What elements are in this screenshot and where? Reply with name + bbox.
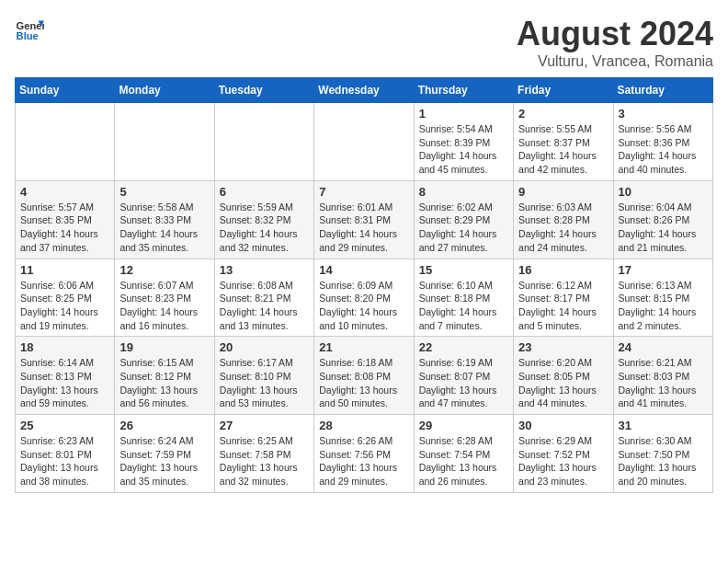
cell-day-number: 29 bbox=[419, 419, 508, 432]
cell-info: Sunrise: 6:28 AMSunset: 7:54 PMDaylight:… bbox=[419, 434, 508, 488]
cell-day-number: 6 bbox=[220, 185, 309, 199]
calendar-cell: 21Sunrise: 6:18 AMSunset: 8:08 PMDayligh… bbox=[314, 337, 414, 415]
calendar-cell: 5Sunrise: 5:58 AMSunset: 8:33 PMDaylight… bbox=[115, 180, 214, 259]
calendar-cell: 29Sunrise: 6:28 AMSunset: 7:54 PMDayligh… bbox=[414, 415, 513, 493]
cell-info: Sunrise: 6:15 AMSunset: 8:12 PMDaylight:… bbox=[119, 356, 209, 410]
cell-info: Sunrise: 6:17 AMSunset: 8:10 PMDaylight:… bbox=[220, 356, 309, 410]
calendar-cell bbox=[115, 103, 214, 181]
cell-info: Sunrise: 5:54 AMSunset: 8:39 PMDaylight:… bbox=[419, 122, 508, 177]
calendar-cell: 22Sunrise: 6:19 AMSunset: 8:07 PMDayligh… bbox=[414, 337, 513, 415]
cell-info: Sunrise: 6:14 AMSunset: 8:13 PMDaylight:… bbox=[20, 356, 109, 410]
cell-day-number: 8 bbox=[419, 185, 508, 199]
calendar-cell: 26Sunrise: 6:24 AMSunset: 7:59 PMDayligh… bbox=[115, 415, 214, 493]
calendar-cell: 28Sunrise: 6:26 AMSunset: 7:56 PMDayligh… bbox=[314, 415, 414, 493]
calendar-cell: 1Sunrise: 5:54 AMSunset: 8:39 PMDaylight… bbox=[414, 103, 513, 181]
cell-info: Sunrise: 5:56 AMSunset: 8:36 PMDaylight:… bbox=[619, 122, 708, 177]
cell-day-number: 18 bbox=[20, 340, 109, 354]
header: General Blue August 2024 Vulturu, Vrance… bbox=[15, 15, 713, 70]
day-header-wednesday: Wednesday bbox=[314, 78, 414, 103]
cell-day-number: 11 bbox=[20, 263, 109, 277]
cell-info: Sunrise: 6:06 AMSunset: 8:25 PMDaylight:… bbox=[20, 279, 109, 333]
calendar-cell: 16Sunrise: 6:12 AMSunset: 8:17 PMDayligh… bbox=[514, 259, 613, 337]
calendar-cell: 9Sunrise: 6:03 AMSunset: 8:28 PMDaylight… bbox=[514, 180, 613, 259]
calendar-cell: 31Sunrise: 6:30 AMSunset: 7:50 PMDayligh… bbox=[613, 415, 712, 493]
cell-day-number: 31 bbox=[619, 419, 708, 432]
logo-icon: General Blue bbox=[15, 15, 44, 44]
cell-info: Sunrise: 5:55 AMSunset: 8:37 PMDaylight:… bbox=[518, 122, 608, 177]
week-row-1: 1Sunrise: 5:54 AMSunset: 8:39 PMDaylight… bbox=[16, 103, 713, 181]
cell-info: Sunrise: 6:19 AMSunset: 8:07 PMDaylight:… bbox=[419, 356, 508, 410]
cell-info: Sunrise: 6:23 AMSunset: 8:01 PMDaylight:… bbox=[20, 434, 109, 488]
cell-info: Sunrise: 6:08 AMSunset: 8:21 PMDaylight:… bbox=[220, 279, 309, 333]
calendar-cell: 18Sunrise: 6:14 AMSunset: 8:13 PMDayligh… bbox=[16, 337, 115, 415]
cell-info: Sunrise: 6:10 AMSunset: 8:18 PMDaylight:… bbox=[419, 279, 508, 333]
cell-day-number: 13 bbox=[220, 263, 309, 277]
calendar-cell: 11Sunrise: 6:06 AMSunset: 8:25 PMDayligh… bbox=[16, 259, 115, 337]
cell-info: Sunrise: 6:01 AMSunset: 8:31 PMDaylight:… bbox=[319, 201, 408, 255]
cell-info: Sunrise: 6:09 AMSunset: 8:20 PMDaylight:… bbox=[319, 279, 408, 333]
week-row-3: 11Sunrise: 6:06 AMSunset: 8:25 PMDayligh… bbox=[16, 259, 713, 337]
title-area: August 2024 Vulturu, Vrancea, Romania bbox=[517, 15, 713, 70]
cell-info: Sunrise: 6:24 AMSunset: 7:59 PMDaylight:… bbox=[119, 434, 209, 488]
week-row-2: 4Sunrise: 5:57 AMSunset: 8:35 PMDaylight… bbox=[16, 180, 713, 259]
cell-day-number: 23 bbox=[518, 340, 608, 354]
calendar-table: SundayMondayTuesdayWednesdayThursdayFrid… bbox=[15, 77, 713, 493]
cell-info: Sunrise: 6:02 AMSunset: 8:29 PMDaylight:… bbox=[419, 201, 508, 255]
calendar-cell: 10Sunrise: 6:04 AMSunset: 8:26 PMDayligh… bbox=[613, 180, 712, 259]
svg-text:Blue: Blue bbox=[17, 30, 39, 41]
cell-info: Sunrise: 6:04 AMSunset: 8:26 PMDaylight:… bbox=[619, 201, 708, 255]
cell-info: Sunrise: 6:07 AMSunset: 8:23 PMDaylight:… bbox=[119, 279, 209, 333]
cell-info: Sunrise: 6:20 AMSunset: 8:05 PMDaylight:… bbox=[518, 356, 608, 410]
day-header-thursday: Thursday bbox=[414, 78, 513, 103]
calendar-cell: 30Sunrise: 6:29 AMSunset: 7:52 PMDayligh… bbox=[514, 415, 613, 493]
cell-info: Sunrise: 6:29 AMSunset: 7:52 PMDaylight:… bbox=[518, 434, 608, 488]
calendar-cell bbox=[214, 103, 313, 181]
calendar-cell: 19Sunrise: 6:15 AMSunset: 8:12 PMDayligh… bbox=[115, 337, 214, 415]
cell-day-number: 15 bbox=[419, 263, 508, 277]
calendar-cell: 2Sunrise: 5:55 AMSunset: 8:37 PMDaylight… bbox=[514, 103, 613, 181]
calendar-cell: 25Sunrise: 6:23 AMSunset: 8:01 PMDayligh… bbox=[16, 415, 115, 493]
calendar-cell: 12Sunrise: 6:07 AMSunset: 8:23 PMDayligh… bbox=[115, 259, 214, 337]
cell-info: Sunrise: 5:58 AMSunset: 8:33 PMDaylight:… bbox=[119, 201, 209, 255]
cell-day-number: 3 bbox=[619, 107, 708, 121]
cell-day-number: 28 bbox=[319, 419, 408, 432]
calendar-header-row: SundayMondayTuesdayWednesdayThursdayFrid… bbox=[16, 78, 713, 103]
day-header-friday: Friday bbox=[514, 78, 613, 103]
day-header-monday: Monday bbox=[115, 78, 214, 103]
cell-day-number: 1 bbox=[419, 107, 508, 121]
cell-info: Sunrise: 5:59 AMSunset: 8:32 PMDaylight:… bbox=[220, 201, 309, 255]
cell-day-number: 9 bbox=[518, 185, 608, 199]
cell-info: Sunrise: 6:18 AMSunset: 8:08 PMDaylight:… bbox=[319, 356, 408, 410]
cell-day-number: 5 bbox=[119, 185, 209, 199]
calendar-cell: 13Sunrise: 6:08 AMSunset: 8:21 PMDayligh… bbox=[214, 259, 313, 337]
calendar-cell: 8Sunrise: 6:02 AMSunset: 8:29 PMDaylight… bbox=[414, 180, 513, 259]
cell-info: Sunrise: 5:57 AMSunset: 8:35 PMDaylight:… bbox=[20, 201, 109, 255]
cell-day-number: 27 bbox=[220, 419, 309, 432]
logo: General Blue bbox=[15, 15, 44, 44]
calendar-cell: 23Sunrise: 6:20 AMSunset: 8:05 PMDayligh… bbox=[514, 337, 613, 415]
month-title: August 2024 bbox=[517, 15, 713, 53]
cell-day-number: 24 bbox=[619, 340, 708, 354]
day-header-sunday: Sunday bbox=[16, 78, 115, 103]
cell-day-number: 7 bbox=[319, 185, 408, 199]
calendar-cell: 14Sunrise: 6:09 AMSunset: 8:20 PMDayligh… bbox=[314, 259, 414, 337]
cell-info: Sunrise: 6:25 AMSunset: 7:58 PMDaylight:… bbox=[220, 434, 309, 488]
cell-day-number: 17 bbox=[619, 263, 708, 277]
cell-day-number: 2 bbox=[518, 107, 608, 121]
cell-info: Sunrise: 6:30 AMSunset: 7:50 PMDaylight:… bbox=[619, 434, 708, 488]
cell-day-number: 19 bbox=[119, 340, 209, 354]
cell-day-number: 20 bbox=[220, 340, 309, 354]
cell-info: Sunrise: 6:03 AMSunset: 8:28 PMDaylight:… bbox=[518, 201, 608, 255]
week-row-4: 18Sunrise: 6:14 AMSunset: 8:13 PMDayligh… bbox=[16, 337, 713, 415]
calendar-cell bbox=[16, 103, 115, 181]
week-row-5: 25Sunrise: 6:23 AMSunset: 8:01 PMDayligh… bbox=[16, 415, 713, 493]
day-header-tuesday: Tuesday bbox=[214, 78, 313, 103]
cell-day-number: 25 bbox=[20, 419, 109, 432]
calendar-body: 1Sunrise: 5:54 AMSunset: 8:39 PMDaylight… bbox=[16, 103, 713, 493]
subtitle: Vulturu, Vrancea, Romania bbox=[517, 53, 713, 70]
cell-info: Sunrise: 6:21 AMSunset: 8:03 PMDaylight:… bbox=[619, 356, 708, 410]
calendar-cell: 15Sunrise: 6:10 AMSunset: 8:18 PMDayligh… bbox=[414, 259, 513, 337]
calendar-cell: 3Sunrise: 5:56 AMSunset: 8:36 PMDaylight… bbox=[613, 103, 712, 181]
calendar-cell: 17Sunrise: 6:13 AMSunset: 8:15 PMDayligh… bbox=[613, 259, 712, 337]
cell-day-number: 22 bbox=[419, 340, 508, 354]
